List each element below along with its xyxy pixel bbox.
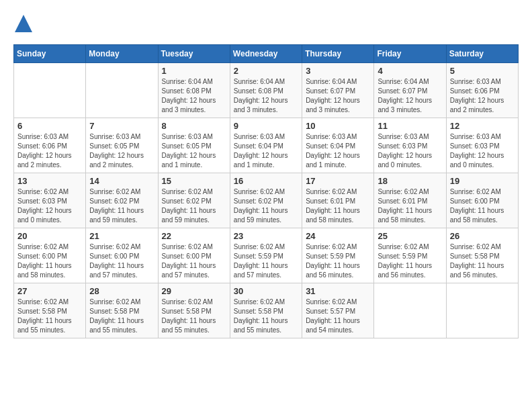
day-number: 8 xyxy=(162,121,226,131)
day-cell xyxy=(374,283,446,338)
day-info: Sunrise: 6:02 AM Sunset: 6:02 PM Dayligh… xyxy=(162,187,226,225)
day-number: 21 xyxy=(89,231,154,241)
day-info: Sunrise: 6:02 AM Sunset: 6:02 PM Dayligh… xyxy=(89,187,154,225)
day-cell: 27Sunrise: 6:02 AM Sunset: 5:58 PM Dayli… xyxy=(14,283,86,338)
day-cell: 28Sunrise: 6:02 AM Sunset: 5:58 PM Dayli… xyxy=(86,283,158,338)
week-row-4: 20Sunrise: 6:02 AM Sunset: 6:00 PM Dayli… xyxy=(14,228,519,283)
day-number: 7 xyxy=(89,121,154,131)
day-info: Sunrise: 6:02 AM Sunset: 6:00 PM Dayligh… xyxy=(450,187,515,225)
day-info: Sunrise: 6:04 AM Sunset: 6:08 PM Dayligh… xyxy=(162,77,226,115)
week-row-5: 27Sunrise: 6:02 AM Sunset: 5:58 PM Dayli… xyxy=(14,283,519,338)
day-cell: 25Sunrise: 6:02 AM Sunset: 5:59 PM Dayli… xyxy=(374,228,446,283)
day-cell: 21Sunrise: 6:02 AM Sunset: 6:00 PM Dayli… xyxy=(86,228,158,283)
day-info: Sunrise: 6:03 AM Sunset: 6:06 PM Dayligh… xyxy=(450,77,515,115)
day-info: Sunrise: 6:02 AM Sunset: 6:00 PM Dayligh… xyxy=(89,242,154,280)
day-number: 1 xyxy=(162,66,226,76)
day-info: Sunrise: 6:02 AM Sunset: 5:58 PM Dayligh… xyxy=(450,242,515,280)
day-cell: 6Sunrise: 6:03 AM Sunset: 6:06 PM Daylig… xyxy=(14,118,86,173)
day-info: Sunrise: 6:02 AM Sunset: 5:58 PM Dayligh… xyxy=(162,298,226,335)
day-number: 13 xyxy=(17,176,82,186)
day-number: 14 xyxy=(89,176,154,186)
calendar-table: SundayMondayTuesdayWednesdayThursdayFrid… xyxy=(13,44,519,338)
day-info: Sunrise: 6:02 AM Sunset: 6:00 PM Dayligh… xyxy=(17,242,82,280)
day-cell: 9Sunrise: 6:03 AM Sunset: 6:04 PM Daylig… xyxy=(230,118,302,173)
day-info: Sunrise: 6:02 AM Sunset: 6:01 PM Dayligh… xyxy=(378,187,442,225)
day-info: Sunrise: 6:03 AM Sunset: 6:03 PM Dayligh… xyxy=(450,132,515,170)
day-cell xyxy=(446,283,518,338)
day-info: Sunrise: 6:03 AM Sunset: 6:03 PM Dayligh… xyxy=(378,132,442,170)
header-cell-saturday: Saturday xyxy=(446,45,518,63)
day-number: 4 xyxy=(378,66,442,76)
day-cell: 11Sunrise: 6:03 AM Sunset: 6:03 PM Dayli… xyxy=(374,118,446,173)
day-info: Sunrise: 6:02 AM Sunset: 5:59 PM Dayligh… xyxy=(378,242,442,280)
header xyxy=(13,13,519,34)
day-cell: 29Sunrise: 6:02 AM Sunset: 5:58 PM Dayli… xyxy=(158,283,230,338)
day-cell: 20Sunrise: 6:02 AM Sunset: 6:00 PM Dayli… xyxy=(14,228,86,283)
header-row: SundayMondayTuesdayWednesdayThursdayFrid… xyxy=(14,45,519,63)
day-cell: 17Sunrise: 6:02 AM Sunset: 6:01 PM Dayli… xyxy=(302,173,374,228)
day-cell: 23Sunrise: 6:02 AM Sunset: 5:59 PM Dayli… xyxy=(230,228,302,283)
day-info: Sunrise: 6:03 AM Sunset: 6:05 PM Dayligh… xyxy=(162,132,226,170)
day-number: 25 xyxy=(378,231,442,241)
day-info: Sunrise: 6:02 AM Sunset: 5:59 PM Dayligh… xyxy=(234,242,298,280)
day-cell: 7Sunrise: 6:03 AM Sunset: 6:05 PM Daylig… xyxy=(86,118,158,173)
day-cell: 8Sunrise: 6:03 AM Sunset: 6:05 PM Daylig… xyxy=(158,118,230,173)
day-number: 16 xyxy=(234,176,298,186)
day-info: Sunrise: 6:02 AM Sunset: 6:02 PM Dayligh… xyxy=(234,187,298,225)
day-info: Sunrise: 6:03 AM Sunset: 6:04 PM Dayligh… xyxy=(234,132,298,170)
day-info: Sunrise: 6:03 AM Sunset: 6:04 PM Dayligh… xyxy=(306,132,370,170)
calendar-body: 1Sunrise: 6:04 AM Sunset: 6:08 PM Daylig… xyxy=(14,63,519,338)
day-number: 3 xyxy=(306,66,370,76)
day-cell: 31Sunrise: 6:02 AM Sunset: 5:57 PM Dayli… xyxy=(302,283,374,338)
day-cell: 16Sunrise: 6:02 AM Sunset: 6:02 PM Dayli… xyxy=(230,173,302,228)
header-cell-friday: Friday xyxy=(374,45,446,63)
day-number: 20 xyxy=(17,231,82,241)
day-number: 18 xyxy=(378,176,442,186)
logo xyxy=(13,13,36,34)
day-cell: 13Sunrise: 6:02 AM Sunset: 6:03 PM Dayli… xyxy=(14,173,86,228)
day-number: 23 xyxy=(234,231,298,241)
day-cell: 14Sunrise: 6:02 AM Sunset: 6:02 PM Dayli… xyxy=(86,173,158,228)
day-info: Sunrise: 6:04 AM Sunset: 6:07 PM Dayligh… xyxy=(378,77,442,115)
day-info: Sunrise: 6:02 AM Sunset: 5:58 PM Dayligh… xyxy=(17,298,82,335)
day-number: 22 xyxy=(162,231,226,241)
day-info: Sunrise: 6:04 AM Sunset: 6:08 PM Dayligh… xyxy=(234,77,298,115)
svg-marker-0 xyxy=(15,15,32,32)
header-cell-sunday: Sunday xyxy=(14,45,86,63)
day-cell: 10Sunrise: 6:03 AM Sunset: 6:04 PM Dayli… xyxy=(302,118,374,173)
header-cell-monday: Monday xyxy=(86,45,158,63)
day-number: 19 xyxy=(450,176,515,186)
day-info: Sunrise: 6:02 AM Sunset: 5:59 PM Dayligh… xyxy=(306,242,370,280)
week-row-3: 13Sunrise: 6:02 AM Sunset: 6:03 PM Dayli… xyxy=(14,173,519,228)
day-info: Sunrise: 6:03 AM Sunset: 6:06 PM Dayligh… xyxy=(17,132,82,170)
day-info: Sunrise: 6:02 AM Sunset: 5:58 PM Dayligh… xyxy=(89,298,154,335)
day-cell: 19Sunrise: 6:02 AM Sunset: 6:00 PM Dayli… xyxy=(446,173,518,228)
day-info: Sunrise: 6:02 AM Sunset: 5:57 PM Dayligh… xyxy=(306,298,370,335)
day-number: 26 xyxy=(450,231,515,241)
day-cell: 3Sunrise: 6:04 AM Sunset: 6:07 PM Daylig… xyxy=(302,63,374,118)
week-row-1: 1Sunrise: 6:04 AM Sunset: 6:08 PM Daylig… xyxy=(14,63,519,118)
day-number: 30 xyxy=(234,286,298,296)
day-cell: 12Sunrise: 6:03 AM Sunset: 6:03 PM Dayli… xyxy=(446,118,518,173)
day-cell: 24Sunrise: 6:02 AM Sunset: 5:59 PM Dayli… xyxy=(302,228,374,283)
day-cell: 18Sunrise: 6:02 AM Sunset: 6:01 PM Dayli… xyxy=(374,173,446,228)
day-number: 17 xyxy=(306,176,370,186)
day-info: Sunrise: 6:04 AM Sunset: 6:07 PM Dayligh… xyxy=(306,77,370,115)
day-number: 24 xyxy=(306,231,370,241)
calendar-header: SundayMondayTuesdayWednesdayThursdayFrid… xyxy=(14,45,519,63)
day-number: 5 xyxy=(450,66,515,76)
day-cell: 4Sunrise: 6:04 AM Sunset: 6:07 PM Daylig… xyxy=(374,63,446,118)
day-number: 9 xyxy=(234,121,298,131)
day-cell: 15Sunrise: 6:02 AM Sunset: 6:02 PM Dayli… xyxy=(158,173,230,228)
header-cell-tuesday: Tuesday xyxy=(158,45,230,63)
day-cell: 26Sunrise: 6:02 AM Sunset: 5:58 PM Dayli… xyxy=(446,228,518,283)
day-info: Sunrise: 6:02 AM Sunset: 6:01 PM Dayligh… xyxy=(306,187,370,225)
day-info: Sunrise: 6:02 AM Sunset: 6:03 PM Dayligh… xyxy=(17,187,82,225)
week-row-2: 6Sunrise: 6:03 AM Sunset: 6:06 PM Daylig… xyxy=(14,118,519,173)
day-info: Sunrise: 6:02 AM Sunset: 5:58 PM Dayligh… xyxy=(234,298,298,335)
day-cell: 30Sunrise: 6:02 AM Sunset: 5:58 PM Dayli… xyxy=(230,283,302,338)
day-number: 12 xyxy=(450,121,515,131)
day-cell: 1Sunrise: 6:04 AM Sunset: 6:08 PM Daylig… xyxy=(158,63,230,118)
day-number: 27 xyxy=(17,286,82,296)
day-cell xyxy=(86,63,158,118)
